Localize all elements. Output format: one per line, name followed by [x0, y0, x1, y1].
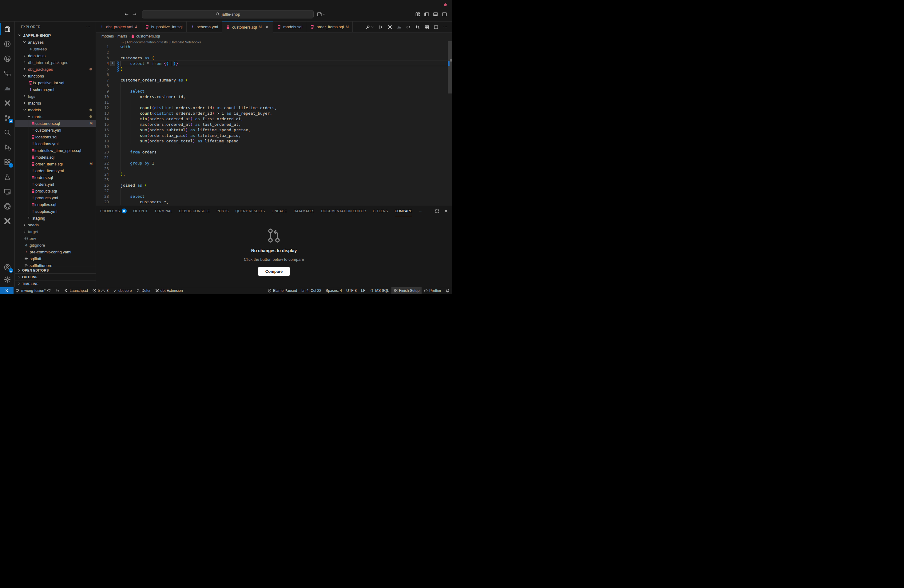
panel-tab-documentation-editor[interactable]: DOCUMENTATION EDITOR [321, 206, 366, 216]
tree-item-.sqlfluff[interactable]: .sqlfluff [15, 255, 96, 262]
status-git-branch[interactable]: mwong-fusion* [14, 287, 53, 294]
tree-item-locations.sql[interactable]: locations.sql [15, 133, 96, 140]
tree-item-customers.sql[interactable]: customers.sqlM [15, 120, 96, 127]
command-center-search[interactable]: jaffle-shop [142, 10, 314, 19]
mountain-icon[interactable] [397, 25, 401, 30]
activity-settings[interactable] [0, 273, 14, 286]
tree-item-models.sql[interactable]: models.sql [15, 154, 96, 161]
editor-scrollbar[interactable] [448, 40, 452, 206]
status-language-mode[interactable]: {}MS SQL [367, 287, 391, 294]
tree-item-macros[interactable]: macros [15, 100, 96, 106]
activity-accounts[interactable]: 1 [0, 261, 14, 273]
tree-item-.pre-commit-config.yaml[interactable]: !.pre-commit-config.yaml [15, 248, 96, 255]
status-finish-setup[interactable]: Finish Setup [392, 287, 422, 294]
chevron-sm-icon[interactable] [371, 25, 374, 28]
more-icon[interactable] [443, 25, 448, 30]
play-icon[interactable] [378, 25, 383, 30]
tree-item-data-tests[interactable]: data-tests [15, 52, 96, 59]
section-open-editors[interactable]: OPEN EDITORS [15, 267, 96, 273]
tree-item-.env[interactable]: .env [15, 235, 96, 242]
panel-tab-problems[interactable]: PROBLEMS8 [100, 206, 127, 216]
tree-item-orders.yml[interactable]: !orders.yml [15, 181, 96, 188]
panel-tab--[interactable]: ⋯ [419, 206, 422, 216]
nav-back-icon[interactable] [122, 10, 130, 18]
toggle-panel-icon[interactable] [433, 12, 438, 17]
tree-item-dbt_packages[interactable]: dbt_packages [15, 66, 96, 73]
section-outline[interactable]: OUTLINE [15, 273, 96, 280]
status-cursor-position[interactable]: Ln 4, Col 22 [299, 287, 324, 294]
tab-models.sql[interactable]: models.sql [273, 22, 306, 32]
activity-run-debug[interactable] [0, 141, 14, 153]
activity-dbt-docs[interactable] [0, 52, 14, 65]
nav-forward-icon[interactable] [130, 10, 138, 18]
activity-search[interactable] [0, 126, 14, 139]
tree-item-schema.yml[interactable]: !schema.yml [15, 86, 96, 93]
tree-item-supplies.yml[interactable]: !supplies.yml [15, 208, 96, 215]
panel-tab-ports[interactable]: PORTS [217, 206, 228, 216]
breadcrumb-item[interactable]: customers.sql [136, 34, 160, 38]
code-editor[interactable]: ⋯ | Add documentation or tests | Datapil… [96, 40, 452, 206]
codelens-actions[interactable]: ⋯ | Add documentation or tests | Datapil… [120, 40, 201, 44]
status-prettier[interactable]: Prettier [422, 287, 443, 294]
tree-item-order_items.sql[interactable]: order_items.sqlM [15, 161, 96, 167]
pinwheel-icon[interactable] [387, 25, 392, 30]
tree-item-analyses[interactable]: analyses [15, 39, 96, 46]
status-blame-status[interactable]: Blame Paused [266, 287, 299, 294]
tab-schema.yml[interactable]: !schema.yml [186, 22, 222, 32]
tab-is_positive_int.sql[interactable]: is_positive_int.sql [141, 22, 186, 32]
tree-item-functions[interactable]: functions [15, 73, 96, 79]
tree-item-products.sql[interactable]: products.sql [15, 188, 96, 194]
panel-tab-output[interactable]: OUTPUT [133, 206, 148, 216]
close-icon[interactable] [265, 25, 269, 29]
tree-item-.sqlfluffignore[interactable]: .sqlfluffignore [15, 262, 96, 267]
panel-tab-query-results[interactable]: QUERY RESULTS [235, 206, 265, 216]
git-modified-gutter[interactable] [117, 61, 119, 72]
activity-dbt-x[interactable] [0, 215, 14, 227]
status-eol[interactable]: LF [359, 287, 367, 294]
expand-icon[interactable] [435, 209, 439, 213]
activity-extensions[interactable]: 1 [0, 156, 14, 168]
status-dbt-extension[interactable]: dbt Extension [153, 287, 185, 294]
tree-item-supplies.sql[interactable]: supplies.sql [15, 201, 96, 208]
status-indentation[interactable]: Spaces: 4 [324, 287, 344, 294]
toggle-sidebar-right-icon[interactable] [442, 12, 447, 17]
activity-altimate[interactable] [0, 82, 14, 95]
section-timeline[interactable]: TIMELINE [15, 280, 96, 287]
panel-tab-gitlens[interactable]: GITLENS [373, 206, 388, 216]
copilot-layout-button[interactable] [317, 12, 326, 17]
compare-button[interactable]: Compare [258, 267, 290, 276]
activity-dbt-power-user[interactable] [0, 97, 14, 109]
tree-item-.gitignore[interactable]: .gitignore [15, 242, 96, 248]
tree-item-logs[interactable]: logs [15, 93, 96, 100]
tree-item-staging[interactable]: staging [15, 215, 96, 221]
tree-item-seeds[interactable]: seeds [15, 221, 96, 228]
git-pr-icon[interactable] [415, 25, 420, 30]
split-icon[interactable] [433, 25, 438, 30]
add-query-button[interactable]: + [110, 61, 115, 66]
tree-item-customers.yml[interactable]: !customers.yml [15, 127, 96, 133]
tree-item-metricflow_time_spine.sql[interactable]: metricflow_time_spine.sql [15, 147, 96, 154]
panel-tab-lineage[interactable]: LINEAGE [272, 206, 287, 216]
status-remote-indicator[interactable] [0, 287, 14, 294]
activity-source-control[interactable]: 4 [0, 112, 14, 124]
activity-explorer[interactable] [0, 23, 14, 35]
activity-dbt-lineage[interactable] [0, 38, 14, 50]
status-dbt-core[interactable]: dbt core [111, 287, 134, 294]
status-notifications[interactable] [443, 287, 452, 294]
status-encoding[interactable]: UTF-8 [344, 287, 359, 294]
tab-customers.sql[interactable]: customers.sqlM [222, 22, 273, 33]
panel-tab-compare[interactable]: COMPARE [395, 206, 412, 216]
activity-remote-explorer[interactable] [0, 185, 14, 198]
panel-tab-datamates[interactable]: DATAMATES [294, 206, 314, 216]
status-launchpad[interactable]: Launchpad [62, 287, 90, 294]
tree-item-models[interactable]: models [15, 106, 96, 113]
tree-item-orders.sql[interactable]: orders.sql [15, 174, 96, 181]
customize-layout-icon[interactable] [415, 12, 420, 17]
panel-tab-debug-console[interactable]: DEBUG CONSOLE [179, 206, 210, 216]
table-icon[interactable] [424, 25, 429, 30]
breadcrumb-item[interactable]: models [101, 34, 114, 38]
tree-item-locations.yml[interactable]: !locations.yml [15, 140, 96, 147]
explorer-more-icon[interactable]: ⋯ [86, 24, 91, 29]
status-problems[interactable]: 53 [90, 287, 111, 294]
tab-order_items.sql[interactable]: order_items.sqlM [306, 22, 353, 32]
